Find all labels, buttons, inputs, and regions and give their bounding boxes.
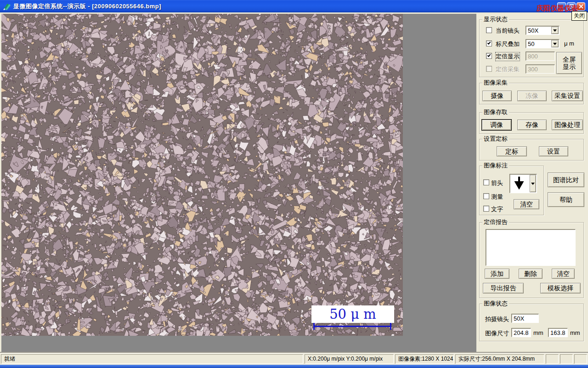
label-arrow: 箭头	[491, 179, 503, 187]
report-add-button[interactable]: 添加	[485, 269, 509, 279]
group-report-title: 定倍报告	[482, 219, 509, 225]
export-report-button[interactable]: 导出报告	[483, 283, 524, 293]
chevron-down-icon[interactable]	[530, 175, 536, 192]
label-image-size: 图像尺寸	[485, 329, 509, 338]
group-display-status-title: 显示状态	[482, 16, 509, 23]
arrow-style-combo[interactable]	[509, 174, 537, 193]
combo-scale-value[interactable]: 50	[526, 39, 560, 48]
group-capture: 图像采集 摄像 冻像 采集设置	[479, 83, 584, 104]
scale-bar-tick-right	[390, 323, 391, 330]
micrograph-image	[1, 14, 403, 336]
label-scale-overlay: 标尺叠加	[496, 40, 520, 48]
label-shooting-lens: 拍摄镜头	[485, 315, 509, 323]
input-shooting-lens[interactable]: 50X	[511, 314, 539, 323]
close-tooltip: 关闭	[571, 11, 587, 21]
atlas-compare-button[interactable]: 图谱比对	[548, 172, 584, 187]
input-fixed-display: 800	[526, 52, 555, 61]
help-button[interactable]: 帮助	[548, 192, 584, 207]
capture-button[interactable]: 摄像	[482, 91, 512, 101]
checkbox-scale-overlay[interactable]	[486, 40, 492, 46]
calibrate-button[interactable]: 定标	[497, 146, 527, 156]
scale-bar-label-box: 50 μ m	[311, 305, 394, 323]
load-image-button[interactable]: 调像	[481, 119, 512, 131]
status-bar: 就绪 X:0.200μ m/pix Y:0.200μ m/pix 图像像素:12…	[0, 353, 588, 365]
input-image-width[interactable]: 204.8	[511, 328, 531, 337]
label-measure: 测量	[491, 193, 503, 201]
window-title: 显微图像定倍系统--演示版 - [20090602055646.bmp]	[13, 2, 161, 11]
input-image-height[interactable]: 163.8	[548, 328, 568, 337]
group-capture-title: 图像采集	[482, 80, 509, 86]
scale-bar-line	[313, 326, 391, 327]
status-pixel-scale: X:0.200μ m/pix Y:0.200μ m/pix	[305, 354, 394, 364]
title-bar: 显微图像定倍系统--演示版 - [20090602055646.bmp] 庆阳仪…	[0, 0, 588, 12]
chevron-down-icon[interactable]	[551, 40, 559, 47]
scale-bar-tick-left	[313, 323, 315, 330]
label-mm-unit-2: mm	[570, 329, 580, 336]
app-icon	[3, 3, 11, 10]
checkbox-measure[interactable]	[483, 193, 489, 199]
report-delete-button[interactable]: 删除	[519, 269, 543, 279]
status-image-pixels: 图像像素:1280 X 1024	[395, 354, 454, 364]
status-ready: 就绪	[1, 354, 303, 364]
group-report: 定倍报告 添加 删除 清空 导出报告 模板选择	[479, 222, 584, 298]
image-process-button[interactable]: 图像处理	[552, 120, 583, 130]
status-empty-2	[560, 354, 573, 364]
template-select-button[interactable]: 模板选择	[540, 283, 581, 293]
status-empty-3	[574, 354, 587, 364]
checkbox-current-lens[interactable]	[486, 27, 492, 33]
minimize-button[interactable]	[557, 2, 566, 11]
group-calibration: 设置定标 定标 设置	[479, 139, 584, 161]
checkbox-fixed-display[interactable]	[486, 53, 492, 59]
image-viewport: 50 μ m	[1, 14, 476, 353]
down-arrow-icon	[514, 176, 525, 191]
status-empty-1	[546, 354, 559, 364]
checkbox-fixed-capture	[486, 66, 492, 72]
group-storage-title: 图像存取	[482, 109, 509, 115]
control-panel: 显示状态 当前镜头 50X 标尺叠加 50 μ m 定倍显示 800 定倍采集 …	[478, 14, 587, 353]
group-image-status: 图像状态 拍摄镜头 50X 图像尺寸 204.8 mm 163.8 mm	[479, 304, 584, 341]
close-button[interactable]	[577, 2, 585, 11]
fullscreen-button[interactable]: 全屏 显示	[556, 52, 582, 74]
group-calibration-title: 设置定标	[482, 136, 509, 142]
chevron-down-icon[interactable]	[551, 27, 559, 34]
combo-current-lens[interactable]: 50X	[526, 26, 560, 35]
input-fixed-capture: 300	[526, 64, 555, 74]
freeze-button: 冻像	[517, 91, 547, 101]
scale-bar-label: 50 μ m	[329, 306, 376, 322]
label-fixed-capture: 定倍采集	[496, 65, 520, 74]
label-micron-unit: μ m	[564, 40, 574, 47]
report-clear-button[interactable]: 清空	[552, 269, 575, 279]
annotation-clear-button[interactable]: 清空	[514, 199, 539, 209]
label-fixed-display: 定倍显示	[496, 52, 520, 61]
group-display-status: 显示状态 当前镜头 50X 标尺叠加 50 μ m 定倍显示 800 定倍采集 …	[479, 19, 584, 77]
capture-settings-button[interactable]: 采集设置	[552, 91, 583, 101]
checkbox-arrow[interactable]	[483, 179, 489, 185]
group-image-status-title: 图像状态	[482, 300, 509, 307]
settings-button[interactable]: 设置	[539, 146, 568, 156]
group-annotation-title: 图像标注	[482, 162, 509, 169]
app-window: 显微图像定倍系统--演示版 - [20090602055646.bmp] 庆阳仪…	[0, 0, 588, 368]
status-actual-size: 实际尺寸:256.0mm X 204.8mm	[455, 354, 544, 364]
group-storage: 图像存取 调像 存像 图像处理	[479, 112, 584, 134]
restore-button[interactable]	[567, 2, 576, 11]
label-mm-unit-1: mm	[533, 329, 543, 336]
window-bottom-border	[0, 365, 588, 368]
label-current-lens: 当前镜头	[496, 27, 520, 35]
save-image-button[interactable]: 存像	[517, 120, 547, 130]
report-listbox[interactable]	[486, 229, 576, 266]
checkbox-text[interactable]	[483, 206, 489, 212]
label-text: 文字	[491, 205, 503, 213]
group-annotation: 图像标注 箭头 测量 文字 清空	[479, 166, 544, 215]
